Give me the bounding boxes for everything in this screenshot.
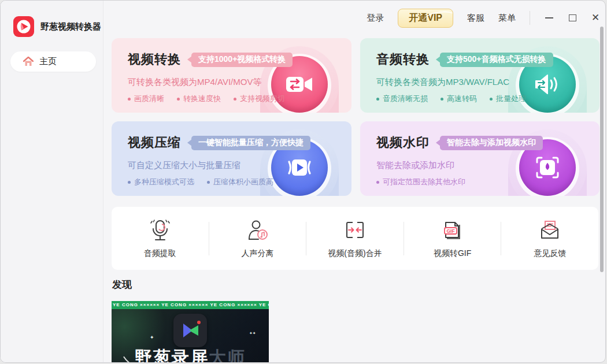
tool-feedback[interactable]: 意见反馈	[501, 218, 598, 259]
card-audio-convert[interactable]: 音频转换 支持500+音频格式无损转换 可转换各类音频为MP3/WAV/FLAC…	[360, 38, 599, 113]
login-link[interactable]: 登录	[367, 13, 384, 24]
vertical-scrollbar-thumb[interactable]	[600, 27, 604, 272]
sidebar-item-home[interactable]: 主页	[10, 51, 96, 72]
sparkle-icon: ✦	[150, 335, 154, 340]
open-vip-button[interactable]: 开通VIP	[398, 9, 453, 28]
gif-icon: GIF	[440, 218, 465, 243]
home-icon	[23, 57, 34, 66]
card-title: 视频压缩	[128, 134, 181, 151]
svg-text:GIF: GIF	[446, 228, 454, 234]
titlebar: 登录 开通VIP 客服 菜单 ✕	[347, 1, 599, 35]
sidebar: 野葱视频转换器 主页	[1, 1, 103, 362]
tool-label: 视频(音频)合并	[328, 248, 382, 259]
tool-row: 音频提取 人声分离 视频(音频)合并	[112, 207, 598, 270]
card-description: 可自定义压缩大小与批量压缩	[128, 160, 240, 171]
card-video-compress[interactable]: 视频压缩 一键智能批量压缩，方便快捷 可自定义压缩大小与批量压缩 多种压缩模式可…	[112, 121, 351, 196]
app-title: 野葱视频转换器	[40, 21, 101, 32]
card-badge: 支持1000+视频格式转换	[191, 53, 293, 67]
tool-label: 视频转GIF	[434, 248, 471, 259]
menu-link[interactable]: 菜单	[498, 13, 516, 24]
card-bullets: 音质清晰无损 高速转码 批量处理	[376, 94, 526, 104]
card-title: 音频转换	[376, 51, 430, 68]
card-description: 智能去除或添加水印	[376, 160, 454, 171]
app-logo-icon	[13, 16, 34, 37]
vocal-separate-icon	[245, 218, 270, 243]
thumbnail-video-title: 野葱录屏大师	[112, 346, 269, 363]
tool-video-to-gif[interactable]: GIF 视频转GIF	[404, 218, 501, 259]
sidebar-item-home-label: 主页	[39, 56, 57, 67]
card-bullets: 画质清晰 转换速度快 支持视频剪切	[128, 94, 285, 104]
app-window: 登录 开通VIP 客服 菜单 ✕ 野葱视频转换器	[0, 0, 606, 363]
support-link[interactable]: 客服	[467, 13, 484, 24]
tool-audio-extract[interactable]: 音频提取	[112, 218, 209, 259]
sparkle-icon: ✦✦	[249, 331, 256, 336]
titlebar-divider	[530, 11, 530, 25]
tool-merge[interactable]: 视频(音频)合并	[306, 218, 404, 259]
card-bullets: 多种压缩模式可选 压缩体积小画质高	[128, 177, 273, 187]
tool-vocal-separation[interactable]: 人声分离	[209, 218, 306, 259]
thumbnail-banner: YE CONG ×××××× YE CONG ×××××× YE CONG ××…	[112, 301, 269, 309]
card-title: 视频水印	[376, 134, 430, 151]
tool-label: 意见反馈	[534, 248, 566, 259]
card-badge: 一键智能批量压缩，方便快捷	[191, 136, 310, 150]
card-badge: 智能去除与添加视频水印	[440, 136, 543, 150]
close-icon[interactable]: ✕	[591, 14, 599, 22]
feedback-icon	[537, 218, 562, 243]
microphone-icon	[147, 218, 173, 243]
card-description: 可转换各类视频为MP4/AVI/MOV等	[128, 77, 261, 88]
card-badge: 支持500+音频格式无损转换	[440, 53, 553, 67]
card-title: 视频转换	[128, 51, 181, 68]
card-bullets: 可指定范围去除其他水印	[376, 177, 465, 187]
card-video-watermark[interactable]: 视频水印 智能去除与添加视频水印 智能去除或添加水印 可指定范围去除其他水印	[360, 121, 599, 196]
merge-icon	[342, 218, 368, 243]
app-logo-row: 野葱视频转换器	[13, 16, 101, 37]
card-description: 可转换各类音频为MP3/WAV/FLAC	[376, 77, 509, 88]
minimize-icon[interactable]	[545, 14, 553, 22]
discover-heading: 发现	[112, 278, 132, 291]
tool-label: 人声分离	[241, 248, 273, 259]
maximize-icon[interactable]	[568, 14, 576, 22]
discover-video-thumbnail[interactable]: YE CONG ×××××× YE CONG ×××××× YE CONG ××…	[112, 301, 269, 363]
screen-recorder-logo-icon	[173, 314, 207, 347]
tool-label: 音频提取	[144, 248, 176, 259]
card-video-convert[interactable]: 视频转换 支持1000+视频格式转换 可转换各类视频为MP4/AVI/MOV等 …	[112, 38, 351, 113]
window-controls: ✕	[545, 14, 599, 22]
